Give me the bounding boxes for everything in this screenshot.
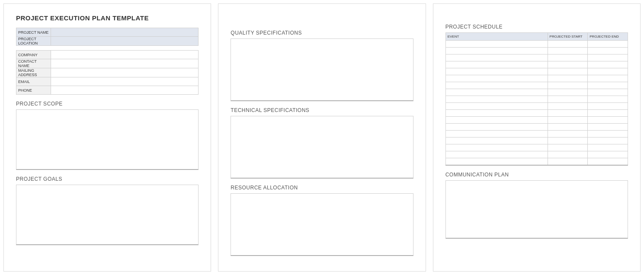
- cell-end[interactable]: [588, 75, 628, 82]
- cell-event[interactable]: [445, 89, 548, 96]
- table-row: [445, 82, 628, 89]
- cell-start[interactable]: [548, 54, 588, 61]
- table-header-row: EVENT PROJECTED START PROJECTED END: [445, 33, 628, 41]
- cell-start[interactable]: [548, 131, 588, 138]
- cell-start[interactable]: [548, 110, 588, 117]
- field-value[interactable]: [51, 51, 199, 59]
- cell-start[interactable]: [548, 103, 588, 110]
- cell-event[interactable]: [445, 103, 548, 110]
- cell-event[interactable]: [445, 61, 548, 68]
- table-row: [445, 138, 628, 144]
- cell-start[interactable]: [548, 138, 588, 144]
- table-row: [445, 131, 628, 138]
- contact-info-table: COMPANY CONTACT NAME MAILING ADDRESS EMA…: [16, 50, 199, 95]
- page-1: PROJECT EXECUTION PLAN TEMPLATE PROJECT …: [3, 3, 211, 272]
- table-row: MAILING ADDRESS: [16, 68, 199, 77]
- cell-event[interactable]: [445, 124, 548, 131]
- cell-event[interactable]: [445, 82, 548, 89]
- section-heading-technical: TECHNICAL SPECIFICATIONS: [231, 107, 413, 113]
- col-header-start: PROJECTED START: [548, 33, 588, 41]
- cell-event[interactable]: [445, 144, 548, 151]
- cell-event[interactable]: [445, 151, 548, 158]
- field-value[interactable]: [51, 37, 199, 46]
- technical-specs-textarea[interactable]: [231, 116, 413, 179]
- cell-start[interactable]: [548, 151, 588, 158]
- section-heading-scope: PROJECT SCOPE: [16, 101, 199, 107]
- cell-end[interactable]: [588, 138, 628, 144]
- cell-start[interactable]: [548, 75, 588, 82]
- cell-event[interactable]: [445, 96, 548, 103]
- communication-plan-textarea[interactable]: [445, 180, 628, 239]
- cell-end[interactable]: [588, 96, 628, 103]
- table-row: [445, 48, 628, 54]
- project-goals-textarea[interactable]: [16, 185, 199, 245]
- cell-start[interactable]: [548, 89, 588, 96]
- cell-start[interactable]: [548, 41, 588, 48]
- cell-start[interactable]: [548, 61, 588, 68]
- field-label: MAILING ADDRESS: [16, 68, 51, 77]
- table-row: [445, 96, 628, 103]
- cell-end[interactable]: [588, 89, 628, 96]
- section-heading-quality: QUALITY SPECIFICATIONS: [231, 30, 413, 36]
- cell-start[interactable]: [548, 68, 588, 75]
- cell-event[interactable]: [445, 131, 548, 138]
- resource-allocation-textarea[interactable]: [231, 193, 413, 256]
- cell-event[interactable]: [445, 117, 548, 124]
- cell-start[interactable]: [548, 124, 588, 131]
- field-value[interactable]: [51, 59, 199, 68]
- project-scope-textarea[interactable]: [16, 109, 199, 170]
- section-heading-schedule: PROJECT SCHEDULE: [445, 24, 628, 30]
- field-label: PROJECT NAME: [16, 28, 51, 37]
- page-3: PROJECT SCHEDULE EVENT PROJECTED START P…: [433, 3, 641, 272]
- cell-end[interactable]: [588, 48, 628, 54]
- cell-event[interactable]: [445, 158, 548, 165]
- field-label: COMPANY: [16, 51, 51, 59]
- cell-event[interactable]: [445, 68, 548, 75]
- section-heading-goals: PROJECT GOALS: [16, 176, 199, 182]
- table-row: [445, 68, 628, 75]
- table-row: [445, 151, 628, 158]
- cell-start[interactable]: [548, 144, 588, 151]
- table-row: [445, 144, 628, 151]
- cell-end[interactable]: [588, 41, 628, 48]
- table-row: PROJECT LOCATION: [16, 37, 199, 46]
- cell-event[interactable]: [445, 41, 548, 48]
- field-value[interactable]: [51, 28, 199, 37]
- quality-specs-textarea[interactable]: [231, 38, 413, 101]
- table-row: [445, 41, 628, 48]
- cell-event[interactable]: [445, 110, 548, 117]
- cell-end[interactable]: [588, 131, 628, 138]
- cell-start[interactable]: [548, 96, 588, 103]
- col-header-end: PROJECTED END: [588, 33, 628, 41]
- cell-end[interactable]: [588, 54, 628, 61]
- field-value[interactable]: [51, 86, 199, 95]
- cell-start[interactable]: [548, 82, 588, 89]
- field-value[interactable]: [51, 68, 199, 77]
- cell-end[interactable]: [588, 68, 628, 75]
- cell-end[interactable]: [588, 110, 628, 117]
- cell-end[interactable]: [588, 117, 628, 124]
- table-row: PROJECT NAME: [16, 28, 199, 37]
- cell-event[interactable]: [445, 48, 548, 54]
- field-value[interactable]: [51, 77, 199, 86]
- cell-start[interactable]: [548, 48, 588, 54]
- table-row: [445, 117, 628, 124]
- cell-end[interactable]: [588, 124, 628, 131]
- document-title: PROJECT EXECUTION PLAN TEMPLATE: [16, 14, 199, 22]
- page-2: QUALITY SPECIFICATIONS TECHNICAL SPECIFI…: [218, 3, 426, 272]
- cell-end[interactable]: [588, 61, 628, 68]
- cell-end[interactable]: [588, 103, 628, 110]
- cell-start[interactable]: [548, 117, 588, 124]
- cell-end[interactable]: [588, 144, 628, 151]
- cell-event[interactable]: [445, 75, 548, 82]
- table-row: COMPANY: [16, 51, 199, 59]
- field-label: PHONE: [16, 86, 51, 95]
- table-row: [445, 110, 628, 117]
- cell-event[interactable]: [445, 138, 548, 144]
- cell-end[interactable]: [588, 158, 628, 165]
- table-row: PHONE: [16, 86, 199, 95]
- cell-end[interactable]: [588, 151, 628, 158]
- cell-start[interactable]: [548, 158, 588, 165]
- cell-end[interactable]: [588, 82, 628, 89]
- cell-event[interactable]: [445, 54, 548, 61]
